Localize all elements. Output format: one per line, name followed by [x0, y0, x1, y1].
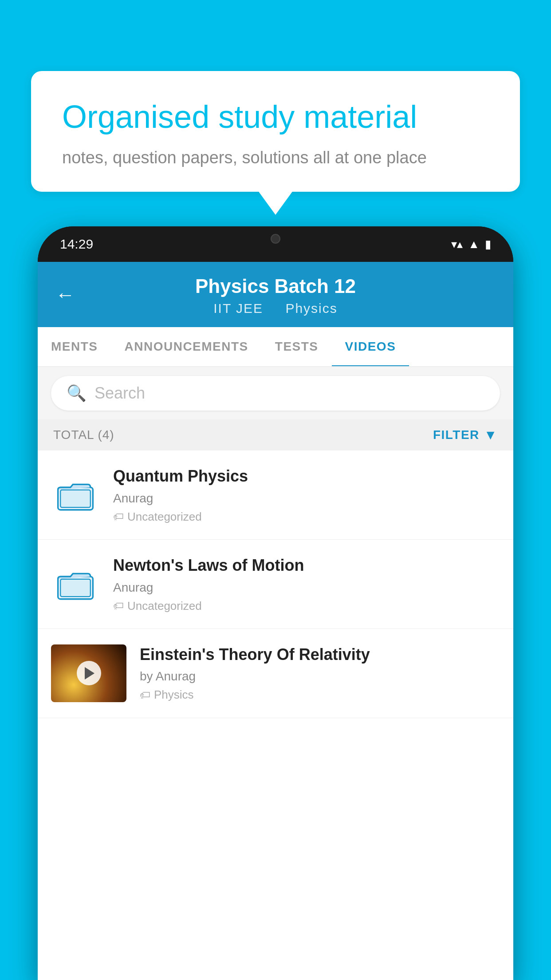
tab-tests[interactable]: TESTS [262, 327, 332, 366]
tabs-bar: MENTS ANNOUNCEMENTS TESTS VIDEOS [38, 327, 513, 367]
tab-announcements[interactable]: ANNOUNCEMENTS [111, 327, 262, 366]
video-item-newton[interactable]: Newton's Laws of Motion Anurag 🏷 Uncateg… [38, 540, 513, 629]
filter-bar: TOTAL (4) FILTER ▼ [38, 419, 513, 450]
video-author-newton: Anurag [113, 581, 500, 595]
wifi-icon: ▾▴ [451, 237, 463, 251]
tag-icon-3: 🏷 [140, 689, 150, 701]
play-button-einstein[interactable] [77, 661, 101, 685]
header-title: Physics Batch 12 [55, 275, 496, 297]
camera-dot [271, 234, 280, 244]
bubble-title: Organised study material [62, 98, 489, 136]
filter-label: FILTER [433, 428, 480, 442]
header-subtitle-physics: Physics [285, 301, 337, 316]
battery-icon: ▮ [485, 237, 491, 251]
video-item-einstein[interactable]: Einstein's Theory Of Relativity by Anura… [38, 629, 513, 718]
search-placeholder-text: Search [94, 384, 145, 403]
header-subtitle-iitjee: IIT JEE [213, 301, 263, 316]
svg-rect-1 [60, 490, 91, 507]
video-info-quantum: Quantum Physics Anurag 🏷 Uncategorized [113, 466, 500, 524]
tag-icon-2: 🏷 [113, 600, 124, 612]
header-subtitle: IIT JEE Physics [55, 301, 496, 316]
video-list: Quantum Physics Anurag 🏷 Uncategorized [38, 450, 513, 718]
video-folder-icon-1 [51, 470, 100, 519]
video-tag-newton: 🏷 Uncategorized [113, 599, 500, 613]
filter-icon: ▼ [484, 427, 498, 443]
video-info-newton: Newton's Laws of Motion Anurag 🏷 Uncateg… [113, 555, 500, 613]
video-title-quantum: Quantum Physics [113, 466, 500, 487]
bubble-subtitle: notes, question papers, solutions all at… [62, 148, 489, 167]
video-title-einstein: Einstein's Theory Of Relativity [140, 644, 500, 665]
status-icons: ▾▴ ▲ ▮ [451, 237, 491, 251]
video-info-einstein: Einstein's Theory Of Relativity by Anura… [140, 644, 500, 702]
total-count: TOTAL (4) [53, 428, 114, 442]
tab-videos[interactable]: VIDEOS [332, 327, 409, 366]
video-tag-einstein: 🏷 Physics [140, 688, 500, 702]
app-header: ← Physics Batch 12 IIT JEE Physics [38, 262, 513, 327]
search-container: 🔍 Search [38, 367, 513, 419]
status-time: 14:29 [60, 237, 93, 252]
notch [236, 226, 315, 251]
search-icon: 🔍 [67, 384, 87, 403]
video-author-quantum: Anurag [113, 491, 500, 506]
video-title-newton: Newton's Laws of Motion [113, 555, 500, 576]
video-folder-icon-2 [51, 560, 100, 609]
video-thumbnail-einstein [51, 644, 126, 702]
filter-button[interactable]: FILTER ▼ [433, 427, 498, 443]
tab-ments[interactable]: MENTS [38, 327, 111, 366]
svg-rect-3 [60, 579, 91, 596]
speech-bubble: Organised study material notes, question… [31, 71, 520, 192]
video-item-quantum[interactable]: Quantum Physics Anurag 🏷 Uncategorized [38, 450, 513, 540]
speech-bubble-container: Organised study material notes, question… [31, 71, 520, 192]
back-button[interactable]: ← [55, 284, 75, 306]
signal-icon: ▲ [468, 237, 480, 251]
video-tag-quantum: 🏷 Uncategorized [113, 510, 500, 524]
thumbnail-background [51, 644, 126, 702]
play-triangle-icon [85, 667, 94, 680]
phone-screen: ← Physics Batch 12 IIT JEE Physics MENTS… [38, 262, 513, 980]
tag-icon-1: 🏷 [113, 510, 124, 523]
phone-frame: 14:29 ▾▴ ▲ ▮ ← Physics Batch 12 IIT JEE … [38, 226, 513, 980]
video-author-einstein: by Anurag [140, 669, 500, 684]
search-bar[interactable]: 🔍 Search [51, 376, 500, 411]
status-bar: 14:29 ▾▴ ▲ ▮ [38, 226, 513, 262]
